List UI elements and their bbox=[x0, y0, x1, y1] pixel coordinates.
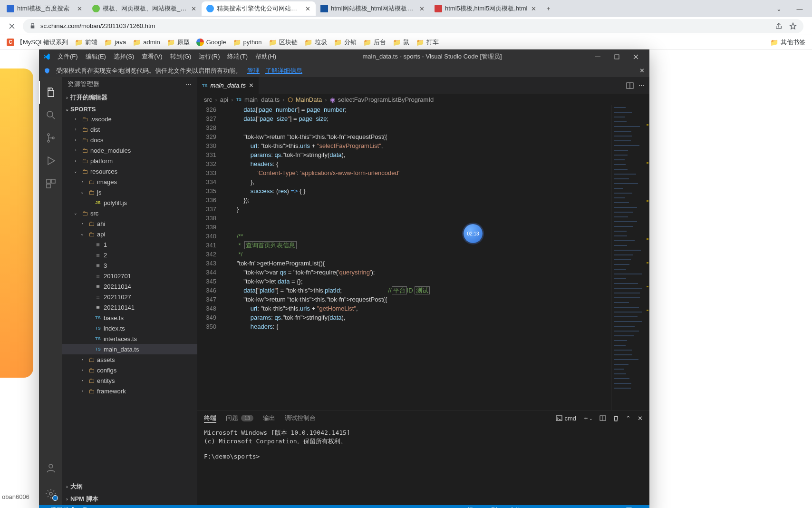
close-icon[interactable]: ✕ bbox=[190, 5, 197, 12]
close-icon[interactable]: ✕ bbox=[418, 5, 425, 12]
search-icon[interactable] bbox=[39, 104, 62, 127]
language-status[interactable]: { } TypeScript bbox=[582, 506, 619, 508]
tree-item[interactable]: ≡20102701 bbox=[62, 271, 197, 281]
tree-item[interactable]: ›🗀framework bbox=[62, 386, 197, 396]
indentation-status[interactable]: 空格: 4 bbox=[509, 506, 528, 508]
browser-tab[interactable]: html模板_百度搜索 ✕ bbox=[2, 1, 87, 16]
terminal-shell-select[interactable]: cmd bbox=[556, 415, 576, 422]
menu-item[interactable]: 查看(V) bbox=[138, 50, 165, 63]
stop-reload-icon[interactable] bbox=[5, 19, 19, 33]
browser-tab-active[interactable]: 精美搜索引擎优化公司网站模板 ✕ bbox=[202, 1, 316, 16]
feedback-icon[interactable] bbox=[626, 506, 632, 508]
star-icon[interactable] bbox=[789, 22, 797, 30]
menu-item[interactable]: 转到(G) bbox=[167, 50, 195, 63]
bookmark-other[interactable]: 📁其他书签 bbox=[767, 37, 808, 48]
editor-tab[interactable]: TS main_data.ts ✕ bbox=[197, 77, 259, 94]
close-icon[interactable]: ✕ bbox=[530, 5, 537, 12]
tree-item[interactable]: ≡20211027 bbox=[62, 292, 197, 302]
close-icon[interactable] bbox=[627, 50, 646, 63]
browser-tab[interactable]: html5模板,html5网页模板,html ✕ bbox=[430, 1, 541, 16]
tree-item[interactable]: ⌄🗀api bbox=[62, 229, 197, 239]
tree-item[interactable]: JSpolyfill.js bbox=[62, 197, 197, 208]
cursor-position[interactable]: 行 328，列 5 bbox=[467, 506, 503, 508]
bookmark[interactable]: 📁后台 bbox=[360, 37, 389, 48]
menu-item[interactable]: 选择(S) bbox=[110, 50, 137, 63]
tree-item[interactable]: TSinterfaces.ts bbox=[62, 333, 197, 344]
close-icon[interactable]: ✕ bbox=[304, 5, 311, 12]
split-editor-icon[interactable] bbox=[626, 82, 634, 89]
source-control-icon[interactable] bbox=[39, 127, 62, 149]
outline-section[interactable]: ›大纲 bbox=[62, 481, 197, 492]
tree-item[interactable]: ›🗀images bbox=[62, 176, 197, 187]
workspace-section[interactable]: ⌄SPORTS bbox=[62, 105, 197, 114]
bookmark[interactable]: Google bbox=[193, 37, 229, 48]
manage-link[interactable]: 管理 bbox=[247, 67, 260, 75]
tree-item[interactable]: ≡20211014 bbox=[62, 281, 197, 292]
tree-item[interactable]: ›🗀node_modules bbox=[62, 145, 197, 156]
menu-item[interactable]: 帮助(H) bbox=[252, 50, 280, 63]
tree-item[interactable]: ≡202110141 bbox=[62, 302, 197, 313]
menu-item[interactable]: 运行(R) bbox=[195, 50, 223, 63]
tree-item[interactable]: ›🗀platform bbox=[62, 156, 197, 166]
debug-console-tab[interactable]: 调试控制台 bbox=[285, 414, 316, 422]
maximize-panel-icon[interactable]: ⌃ bbox=[626, 415, 631, 422]
problems-status[interactable]: ⓧ13 ⚠0 bbox=[82, 506, 110, 508]
close-icon[interactable]: ✕ bbox=[639, 67, 645, 74]
browser-tab[interactable]: 模板、网页模板、网站模板_站长 ✕ bbox=[87, 1, 202, 16]
tree-item[interactable]: TSindex.ts bbox=[62, 323, 197, 333]
output-tab[interactable]: 输出 bbox=[263, 414, 275, 422]
extensions-icon[interactable] bbox=[39, 172, 62, 195]
url-input[interactable]: sc.chinaz.com/moban/220110371260.htm bbox=[23, 19, 803, 33]
minimize-icon[interactable]: — bbox=[789, 1, 810, 16]
bookmark[interactable]: 📁admin bbox=[130, 37, 163, 48]
tree-item[interactable]: ›🗀dist bbox=[62, 124, 197, 135]
run-debug-icon[interactable] bbox=[39, 149, 62, 172]
tree-item[interactable]: ⌄🗀resources bbox=[62, 166, 197, 176]
encoding-status[interactable]: UTF-8 bbox=[535, 506, 552, 508]
close-icon[interactable]: ✕ bbox=[76, 5, 83, 12]
notifications-icon[interactable] bbox=[639, 506, 646, 508]
restricted-mode-status[interactable]: 受限模式 bbox=[43, 506, 75, 508]
menu-item[interactable]: 编辑(E) bbox=[82, 50, 109, 63]
account-icon[interactable] bbox=[39, 457, 62, 479]
more-icon[interactable]: ⋯ bbox=[185, 81, 192, 88]
bookmark[interactable]: 📁鼠 bbox=[390, 37, 412, 48]
open-editors-section[interactable]: ›打开的编辑器 bbox=[62, 92, 197, 103]
bookmark[interactable]: 📁前端 bbox=[72, 37, 100, 48]
browser-tab[interactable]: html网站模板_html网站模板免费 ✕ bbox=[316, 1, 430, 16]
close-icon[interactable]: ✕ bbox=[249, 82, 254, 89]
terminal-body[interactable]: Microsoft Windows [版本 10.0.19042.1415] (… bbox=[197, 426, 649, 505]
share-icon[interactable] bbox=[775, 22, 783, 30]
menu-item[interactable]: 文件(F) bbox=[54, 50, 81, 63]
tree-item[interactable]: ≡3 bbox=[62, 260, 197, 271]
tree-item[interactable]: ≡1 bbox=[62, 239, 197, 250]
bookmark[interactable]: 📁分销 bbox=[331, 37, 359, 48]
learn-more-link[interactable]: 了解详细信息 bbox=[265, 67, 302, 75]
problems-tab[interactable]: 问题13 bbox=[226, 414, 253, 422]
tree-item[interactable]: ›🗀entitys bbox=[62, 375, 197, 386]
tree-item[interactable]: TSmain_data.ts bbox=[62, 344, 197, 354]
minimize-icon[interactable] bbox=[589, 50, 608, 63]
code-editor[interactable]: 3263273283293303313323333343353363373383… bbox=[197, 105, 649, 410]
explorer-icon[interactable] bbox=[39, 81, 62, 104]
tree-item[interactable]: ›🗀configs bbox=[62, 365, 197, 375]
new-terminal-icon[interactable]: ＋⌄ bbox=[583, 414, 593, 422]
bookmark[interactable]: 📁原型 bbox=[164, 37, 193, 48]
tree-item[interactable]: ›🗀docs bbox=[62, 135, 197, 145]
eol-status[interactable]: CRLF bbox=[559, 506, 575, 508]
bookmark[interactable]: 📁区块链 bbox=[266, 37, 300, 48]
bookmark[interactable]: 📁java bbox=[101, 37, 129, 48]
maximize-icon[interactable] bbox=[608, 50, 627, 63]
minimap[interactable] bbox=[611, 105, 649, 410]
code-content[interactable]: data['page_number'] = page_number; data[… bbox=[223, 105, 611, 410]
menu-item[interactable]: 终端(T) bbox=[224, 50, 251, 63]
close-panel-icon[interactable]: ✕ bbox=[638, 415, 643, 422]
bookmark[interactable]: 📁垃圾 bbox=[301, 37, 330, 48]
bookmark[interactable]: 📁打车 bbox=[413, 37, 442, 48]
tree-item[interactable]: ⌄🗀src bbox=[62, 208, 197, 218]
tree-item[interactable]: ›🗀assets bbox=[62, 354, 197, 365]
bookmark[interactable]: 📁python bbox=[230, 37, 265, 48]
tree-item[interactable]: ›🗀.vscode bbox=[62, 114, 197, 124]
bookmark[interactable]: C【MySQL错误系列 bbox=[4, 37, 71, 48]
settings-icon[interactable] bbox=[39, 482, 62, 505]
